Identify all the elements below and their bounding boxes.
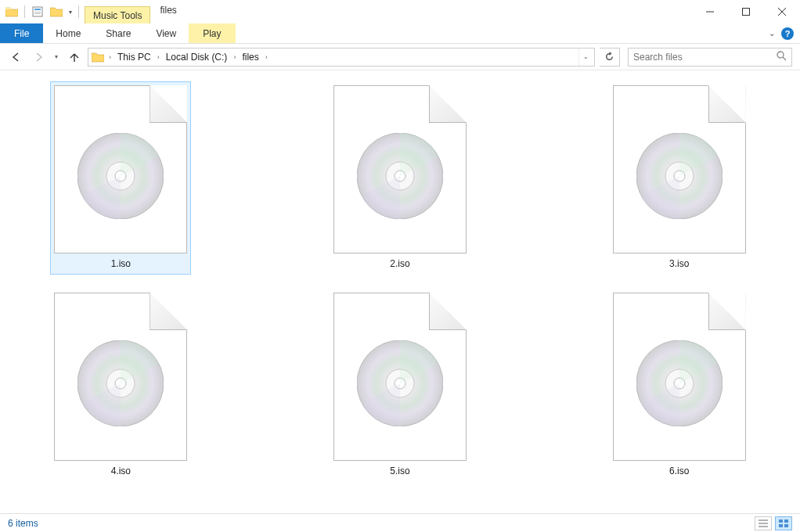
svg-rect-13: [779, 519, 783, 523]
properties-icon[interactable]: [29, 3, 46, 20]
file-item[interactable]: 6.iso: [609, 289, 750, 482]
ribbon-tabs: File Home Share View Play ⌄ ?: [0, 23, 800, 44]
file-item[interactable]: 1.iso: [50, 81, 191, 275]
iso-file-icon: [333, 293, 467, 461]
address-bar[interactable]: › This PC › Local Disk (C:) › files › ⌄: [88, 48, 595, 66]
chevron-right-icon[interactable]: ›: [106, 53, 114, 61]
breadcrumb-files[interactable]: files: [239, 52, 261, 63]
svg-rect-1: [34, 9, 41, 10]
file-item[interactable]: 3.iso: [609, 81, 750, 275]
file-item[interactable]: 4.iso: [50, 289, 191, 482]
iso-file-icon: [54, 85, 187, 253]
svg-rect-14: [784, 519, 788, 523]
qat-customize-dropdown[interactable]: ▾: [67, 3, 74, 20]
chevron-right-icon[interactable]: ›: [262, 53, 271, 61]
up-button[interactable]: [66, 49, 83, 66]
tab-home[interactable]: Home: [43, 23, 93, 43]
file-name-label: 6.iso: [669, 466, 689, 476]
search-box[interactable]: [628, 48, 792, 66]
quick-access-toolbar: ▾: [0, 0, 85, 23]
tab-play[interactable]: Play: [189, 23, 235, 43]
window-controls: [692, 0, 800, 23]
search-input[interactable]: [633, 52, 777, 63]
chevron-right-icon[interactable]: ›: [230, 53, 239, 61]
qat-separator-2: [78, 5, 79, 18]
iso-file-icon: [613, 293, 746, 461]
file-item[interactable]: 2.iso: [330, 81, 470, 275]
details-view-button[interactable]: [755, 516, 772, 530]
window-title: files: [150, 0, 186, 23]
maximize-button[interactable]: [728, 0, 764, 23]
svg-rect-2: [34, 12, 41, 13]
qat-separator: [24, 5, 25, 18]
titlebar: ▾ Music Tools files: [0, 0, 800, 23]
tab-file[interactable]: File: [0, 23, 43, 43]
address-history-dropdown[interactable]: ⌄: [578, 49, 593, 66]
title-tab-area: Music Tools: [85, 0, 150, 23]
breadcrumb-this-pc[interactable]: This PC: [114, 52, 154, 63]
iso-file-icon: [613, 85, 746, 253]
ribbon-collapse-icon[interactable]: ⌄: [769, 29, 775, 38]
file-name-label: 1.iso: [111, 258, 131, 269]
view-switcher: [755, 516, 792, 530]
app-folder-icon: [3, 3, 20, 20]
file-name-label: 3.iso: [669, 258, 689, 269]
svg-rect-3: [34, 13, 41, 14]
iso-file-icon: [333, 85, 467, 253]
refresh-button[interactable]: [600, 48, 620, 66]
status-bar: 6 items: [0, 513, 800, 532]
recent-locations-dropdown[interactable]: ▾: [52, 53, 61, 60]
file-pane[interactable]: 1.iso 2.iso 3.iso: [0, 70, 800, 513]
ribbon-right: ⌄ ?: [769, 23, 800, 43]
svg-rect-15: [779, 524, 783, 527]
svg-line-9: [783, 57, 786, 60]
file-name-label: 2.iso: [390, 258, 409, 269]
breadcrumb-local-disk[interactable]: Local Disk (C:): [163, 52, 231, 63]
file-name-label: 5.iso: [390, 466, 409, 476]
navigation-bar: ▾ › This PC › Local Disk (C:) › files › …: [0, 44, 800, 70]
svg-rect-5: [743, 9, 750, 16]
help-icon[interactable]: ?: [781, 27, 794, 40]
svg-point-8: [777, 52, 784, 58]
svg-rect-16: [784, 524, 788, 527]
chevron-right-icon[interactable]: ›: [154, 53, 163, 61]
iso-file-icon: [54, 293, 187, 461]
file-item[interactable]: 5.iso: [330, 289, 470, 482]
address-folder-icon[interactable]: [90, 52, 106, 63]
file-grid: 1.iso 2.iso 3.iso: [13, 81, 787, 482]
large-icons-view-button[interactable]: [775, 516, 792, 530]
back-button[interactable]: [8, 49, 25, 66]
file-name-label: 4.iso: [111, 466, 131, 476]
new-folder-icon[interactable]: [48, 3, 65, 20]
tab-view[interactable]: View: [143, 23, 189, 43]
search-icon[interactable]: [777, 51, 787, 63]
close-button[interactable]: [764, 0, 800, 23]
context-tab-music-tools: Music Tools: [85, 6, 150, 23]
forward-button[interactable]: [30, 49, 47, 66]
tab-share[interactable]: Share: [93, 23, 143, 43]
status-item-count: 6 items: [8, 518, 38, 529]
minimize-button[interactable]: [692, 0, 728, 23]
